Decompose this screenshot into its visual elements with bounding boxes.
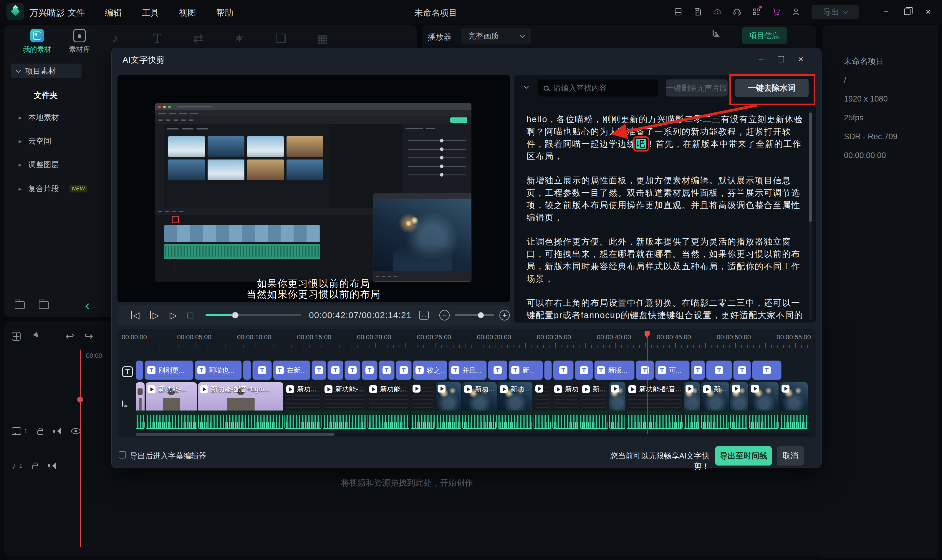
timeline-layout-icon[interactable] [12, 332, 21, 341]
save-icon[interactable] [693, 7, 702, 16]
video-clip[interactable]: 新功... [552, 382, 579, 430]
cloud-alert-icon[interactable] [712, 7, 722, 16]
snapshot-icon[interactable] [712, 31, 714, 36]
text-clip[interactable]: T [575, 360, 593, 380]
text-clip[interactable]: T [362, 360, 378, 380]
video-clip[interactable] [749, 382, 779, 430]
dialog-minimize-button[interactable]: − [758, 54, 763, 64]
video-clip[interactable]: 新功能... [367, 382, 410, 430]
zoom-slider[interactable] [455, 314, 495, 316]
video-clip[interactable] [609, 382, 626, 430]
video-clip[interactable]: 新功... [498, 382, 532, 430]
text-clip[interactable]: T [691, 360, 705, 380]
sidebar-item-project-media[interactable]: 项目素材 [11, 63, 82, 78]
video-clip[interactable] [136, 382, 145, 430]
export-button[interactable]: 导出 [811, 5, 859, 19]
lock-icon[interactable] [37, 430, 43, 435]
sidebar-item-adjustment-layer[interactable]: ▸调整图层 [19, 160, 59, 170]
cancel-button[interactable]: 取消 [777, 446, 804, 466]
sidebar-item-compound-clip[interactable]: ▸复合片段 NEW [19, 184, 88, 194]
text-clip[interactable]: T [311, 360, 326, 380]
video-clip[interactable] [780, 382, 808, 430]
video-clip[interactable]: 新... [701, 382, 729, 430]
tab-my-media[interactable]: 我的素材 [18, 29, 56, 54]
text-clip[interactable]: T [396, 360, 412, 380]
undo-icon[interactable]: ↩ [65, 330, 74, 343]
video-clip[interactable] [411, 382, 435, 430]
text-clip[interactable]: T [636, 360, 654, 380]
text-clip[interactable] [136, 360, 143, 380]
visibility-icon[interactable] [71, 428, 80, 434]
text-clip[interactable]: T [752, 360, 782, 380]
next-frame-button[interactable]: ▷ [150, 309, 159, 321]
mute-icon[interactable] [53, 428, 61, 434]
video-clip[interactable] [436, 382, 461, 430]
sidebar-item-cloud-space[interactable]: ▸云空间 [19, 136, 51, 146]
tab-library[interactable]: 素材库 [60, 29, 99, 54]
text-clip[interactable]: T阿喵也... [195, 360, 242, 380]
video-clip[interactable]: 新功能-... [146, 382, 197, 430]
search-input[interactable] [553, 83, 641, 93]
redo-icon[interactable]: ↪ [84, 330, 93, 343]
dialog-playhead[interactable] [647, 332, 648, 434]
text-clip[interactable]: T [553, 360, 574, 380]
text-clip[interactable]: T并且... [449, 360, 487, 380]
text-clip[interactable]: T [379, 360, 395, 380]
zoom-out-button[interactable]: − [439, 310, 450, 320]
video-clip[interactable]: 新... [580, 382, 608, 430]
video-clip[interactable]: 新功能-... [323, 382, 366, 430]
effects-tab-icon[interactable]: ✶ [234, 31, 244, 46]
main-playhead-grip[interactable] [77, 397, 83, 403]
video-clip[interactable]: 新功能-配音... [627, 382, 683, 430]
text-clip[interactable]: T新... [509, 360, 543, 380]
new-folder-icon[interactable] [15, 302, 25, 309]
search-box[interactable] [538, 80, 658, 97]
text-tab-icon[interactable]: T [153, 31, 161, 46]
lock-icon[interactable] [32, 465, 38, 469]
text-clip[interactable] [243, 360, 251, 380]
video-clip[interactable]: 新功... [284, 382, 322, 430]
transcript-paragraph[interactable]: 让调色操作更方便。此外，新版本提供了更为灵活的播放器独立窗口，可拖拽出来，想在哪… [527, 235, 808, 285]
text-clip[interactable]: T新版... [594, 360, 635, 380]
sidebar-item-folder[interactable]: 文件夹 [34, 90, 58, 101]
user-icon[interactable] [791, 7, 800, 16]
text-clip[interactable]: T [733, 360, 751, 380]
text-clip[interactable]: T可... [655, 360, 690, 380]
subtitle-editor-checkbox-label[interactable]: 导出后进入字幕编辑器 [130, 451, 207, 461]
text-clip[interactable]: T在新... [273, 360, 310, 380]
video-clip[interactable] [533, 382, 551, 430]
apps-grid-icon[interactable] [752, 7, 761, 16]
collapse-transcript-icon[interactable] [524, 84, 529, 89]
transcript-paragraph[interactable]: 新增独立展示的属性面板，更加方便素材编辑。默认展示项目信息页，工程参数一目了然。… [527, 174, 808, 224]
video-clip[interactable]: 新功能-配音+bgm... [198, 382, 283, 430]
transcript-paragraph[interactable]: 可以在右上角的布局设置中任意切换。在喵影二零二三中，还可以一键配置pr或者fan… [527, 297, 808, 319]
dialog-close-button[interactable]: × [798, 54, 803, 64]
timeline-scrollbar[interactable] [136, 433, 810, 436]
dialog-maximize-button[interactable] [778, 56, 784, 62]
video-clip[interactable] [684, 382, 700, 430]
maximize-button[interactable] [904, 9, 911, 15]
text-clip[interactable]: T [488, 360, 507, 380]
stop-button[interactable]: □ [188, 310, 193, 321]
video-clip[interactable]: 新功... [462, 382, 497, 430]
text-clip[interactable] [544, 360, 552, 380]
audio-tab-icon[interactable]: ♪ [112, 31, 118, 45]
tab-project-info[interactable]: 项目信息 [742, 27, 787, 44]
menu-view[interactable]: 视图 [179, 7, 196, 19]
close-button[interactable]: × [926, 7, 931, 17]
menu-file[interactable]: 文件 [68, 7, 85, 19]
text-clip[interactable]: T较之... [413, 360, 447, 380]
subtitle-editor-checkbox[interactable] [119, 451, 126, 458]
app-logo-icon[interactable] [6, 3, 24, 20]
folder-icon[interactable] [39, 302, 49, 309]
play-button[interactable]: ▷ [170, 309, 177, 321]
minimize-button[interactable]: − [883, 7, 889, 17]
split-screen-tab-icon[interactable]: ▦ [316, 31, 328, 46]
collapse-panel-icon[interactable] [85, 303, 91, 309]
text-clip[interactable]: T [327, 360, 343, 380]
main-playhead[interactable] [80, 349, 81, 547]
sticker-tab-icon[interactable]: ❏ [275, 31, 287, 46]
remove-silence-button[interactable]: 一键删除无声片段 [666, 80, 728, 97]
quality-dropdown[interactable]: 完整画质 [461, 28, 531, 44]
menu-help[interactable]: 帮助 [216, 7, 233, 19]
